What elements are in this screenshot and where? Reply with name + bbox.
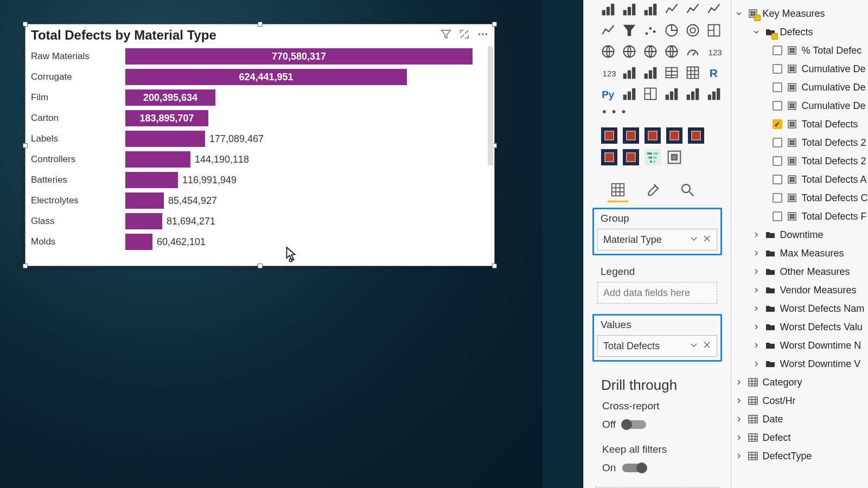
- chevron-down-icon[interactable]: [690, 341, 698, 352]
- field-pill-total-defects[interactable]: Total Defects: [597, 335, 717, 357]
- field-checkbox[interactable]: [773, 46, 782, 55]
- values-field-well[interactable]: Values Total Defects: [592, 314, 722, 362]
- close-icon[interactable]: [703, 341, 711, 352]
- scatter-icon[interactable]: [642, 22, 658, 38]
- stacked-bar-icon[interactable]: [600, 1, 616, 17]
- tree-table[interactable]: Cost/Hr: [731, 391, 869, 410]
- more-visuals-icon[interactable]: • • •: [589, 105, 725, 119]
- cross-report-toggle[interactable]: [622, 420, 646, 429]
- shape-map-icon[interactable]: [642, 43, 658, 59]
- resize-handle[interactable]: [492, 22, 497, 27]
- focus-mode-icon[interactable]: [458, 28, 470, 42]
- tree-group[interactable]: Worst Downtime V: [731, 355, 869, 373]
- ribbon-chart-icon[interactable]: [706, 1, 722, 17]
- card-icon[interactable]: 123: [706, 43, 722, 59]
- custom-visual-icon[interactable]: [623, 149, 639, 165]
- tornado-chart-icon[interactable]: [644, 149, 661, 165]
- azure-map-icon[interactable]: [663, 43, 679, 59]
- chevron-right-icon[interactable]: [735, 434, 743, 441]
- tree-table[interactable]: Category: [731, 373, 869, 391]
- bar-fill[interactable]: 624,441,951: [125, 69, 407, 85]
- donut-icon[interactable]: [685, 22, 700, 38]
- field-checkbox[interactable]: [773, 82, 782, 92]
- chevron-right-icon[interactable]: [735, 416, 743, 422]
- tree-field[interactable]: Total Defects C: [731, 189, 869, 207]
- field-checkbox[interactable]: [773, 138, 782, 147]
- area-chart-icon[interactable]: [685, 1, 700, 17]
- keep-filters-toggle[interactable]: [622, 464, 646, 472]
- pie-icon[interactable]: [663, 22, 679, 38]
- chevron-down-icon[interactable]: [690, 234, 698, 246]
- chevron-right-icon[interactable]: [752, 324, 761, 330]
- close-icon[interactable]: [703, 234, 711, 246]
- field-checkbox[interactable]: [773, 156, 782, 166]
- custom-visual-icon[interactable]: [666, 149, 682, 165]
- bar-row[interactable]: Electrolytes85,454,927: [31, 190, 486, 211]
- matrix-icon[interactable]: [685, 65, 700, 80]
- resize-handle[interactable]: [258, 22, 263, 27]
- bar-row[interactable]: Film200,395,634: [31, 87, 486, 108]
- tree-group[interactable]: Vendor Measures: [731, 281, 869, 299]
- tree-group-defects[interactable]: Defects: [731, 23, 869, 41]
- custom-visual-icon[interactable]: [601, 127, 617, 144]
- bar-row[interactable]: Batteries116,991,949: [31, 170, 486, 190]
- tree-field[interactable]: Total Defects: [731, 115, 869, 133]
- slicer-icon[interactable]: [642, 65, 658, 80]
- resize-handle[interactable]: [492, 264, 497, 268]
- field-checkbox[interactable]: [773, 101, 782, 111]
- stacked-column-icon[interactable]: [621, 1, 637, 17]
- bar-row[interactable]: Corrugate624,441,951: [31, 67, 486, 87]
- kpi-icon[interactable]: [621, 65, 637, 80]
- field-checkbox[interactable]: [773, 175, 782, 184]
- python-visual-icon[interactable]: Py: [600, 86, 616, 101]
- tree-field[interactable]: Total Defects 2: [731, 152, 869, 170]
- tree-table[interactable]: Defect: [731, 428, 869, 447]
- group-field-well[interactable]: Group Material Type: [592, 208, 722, 255]
- funnel-icon[interactable]: [621, 22, 637, 38]
- legend-field-well[interactable]: Legend Add data fields here: [592, 261, 722, 309]
- qa-icon[interactable]: [663, 86, 679, 101]
- chevron-right-icon[interactable]: [752, 232, 761, 238]
- tree-root-key-measures[interactable]: Key Measures: [731, 4, 869, 23]
- tree-field[interactable]: Cumulative De: [731, 60, 869, 78]
- chart-visual[interactable]: Total Defects by Material Type Raw Mater…: [25, 24, 495, 266]
- bar-fill[interactable]: [125, 172, 178, 188]
- gauge-icon[interactable]: [685, 43, 700, 59]
- report-canvas[interactable]: Total Defects by Material Type Raw Mater…: [0, 0, 542, 488]
- resize-handle[interactable]: [23, 22, 28, 27]
- tree-field[interactable]: Cumulative De: [731, 97, 869, 115]
- custom-visual-icon[interactable]: [601, 149, 617, 165]
- bar-fill[interactable]: [125, 234, 152, 250]
- filter-icon[interactable]: [440, 28, 452, 42]
- bar-row[interactable]: Raw Materials770,580,317: [31, 46, 486, 67]
- bar-row[interactable]: Controllers144,190,118: [31, 149, 486, 170]
- field-checkbox[interactable]: [773, 211, 782, 221]
- legend-placeholder[interactable]: Add data fields here: [597, 282, 717, 304]
- map-icon[interactable]: [600, 43, 616, 59]
- chevron-down-icon[interactable]: [735, 10, 743, 17]
- chevron-right-icon[interactable]: [735, 453, 743, 459]
- tree-group[interactable]: Other Measures: [731, 262, 869, 281]
- chart-plot-area[interactable]: Raw Materials770,580,317Corrugate624,441…: [25, 44, 494, 264]
- bar-row[interactable]: Carton183,895,707: [31, 108, 486, 129]
- r-visual-icon[interactable]: R: [706, 65, 722, 80]
- tree-group[interactable]: Downtime: [731, 226, 869, 244]
- tree-field[interactable]: Total Defects 2: [731, 133, 869, 152]
- bar-fill[interactable]: [125, 151, 190, 168]
- field-checkbox[interactable]: [773, 64, 782, 74]
- chevron-down-icon[interactable]: [752, 29, 761, 35]
- chevron-right-icon[interactable]: [752, 305, 761, 312]
- bar-row[interactable]: Labels177,089,467: [31, 129, 486, 149]
- bar-fill[interactable]: [125, 192, 164, 209]
- field-checkbox[interactable]: [773, 119, 782, 129]
- bar-fill[interactable]: 770,580,317: [125, 48, 473, 65]
- chevron-right-icon[interactable]: [752, 287, 761, 293]
- more-options-icon[interactable]: [477, 28, 489, 42]
- multi-row-card-icon[interactable]: 123: [600, 65, 616, 80]
- tree-field[interactable]: Total Defects A: [731, 170, 869, 189]
- chevron-right-icon[interactable]: [752, 268, 761, 275]
- chevron-right-icon[interactable]: [752, 342, 761, 349]
- filled-map-icon[interactable]: [621, 43, 637, 59]
- tree-table[interactable]: Date: [731, 410, 869, 428]
- smart-narrative-icon[interactable]: [685, 86, 700, 101]
